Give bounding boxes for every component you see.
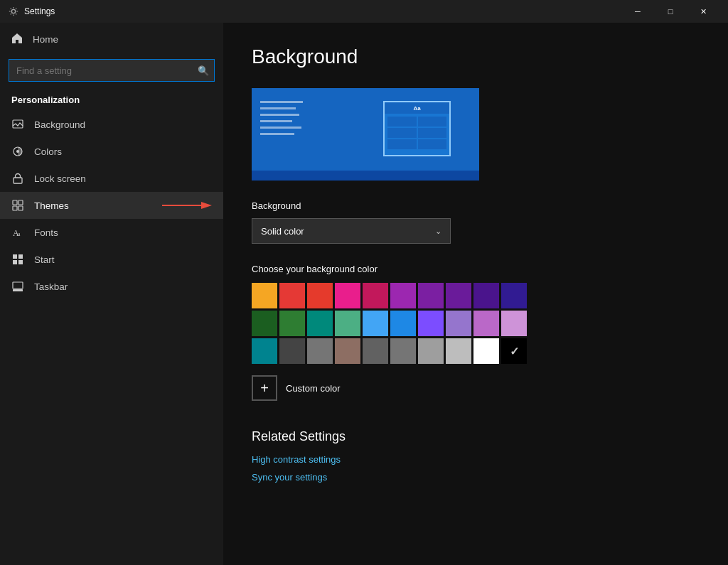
color-section-label: Choose your background color [252, 264, 700, 274]
color-swatch[interactable] [363, 338, 388, 364]
svg-rect-13 [13, 254, 17, 259]
preview-window-grid [385, 114, 449, 152]
maximize-button[interactable]: □ [654, 0, 687, 23]
grid-cell-5 [387, 139, 417, 149]
color-swatch[interactable] [363, 311, 388, 336]
sidebar-item-background[interactable]: Background [0, 111, 223, 138]
home-label: Home [33, 34, 58, 45]
color-swatch[interactable] [418, 311, 444, 336]
custom-color-button[interactable]: + Custom color [252, 375, 700, 401]
preview-container: Aa [252, 88, 700, 181]
color-grid [252, 283, 700, 364]
color-swatch[interactable] [279, 338, 305, 364]
color-swatch[interactable] [252, 338, 277, 364]
window-controls: ─ □ ✕ [621, 0, 719, 23]
color-swatch[interactable] [390, 283, 416, 308]
color-swatch[interactable] [418, 283, 444, 308]
fonts-label: Fonts [34, 227, 58, 238]
color-swatch[interactable] [446, 283, 471, 308]
themes-label: Themes [34, 200, 69, 211]
svg-rect-7 [13, 206, 17, 210]
svg-rect-4 [14, 178, 22, 183]
content-area: Background Aa [223, 23, 728, 565]
high-contrast-link[interactable]: High contrast settings [252, 454, 700, 465]
sidebar-item-lock-screen[interactable]: Lock screen [0, 165, 223, 192]
page-title: Background [252, 45, 700, 68]
taskbar-label: Taskbar [34, 281, 68, 292]
preview-lines [260, 101, 303, 135]
color-swatch[interactable] [335, 338, 360, 364]
background-label: Background [34, 119, 85, 130]
start-label: Start [34, 254, 55, 265]
sidebar-item-start[interactable]: Start [0, 246, 223, 273]
preview-window-title: Aa [385, 102, 449, 114]
color-swatch[interactable] [279, 283, 305, 308]
color-swatch[interactable] [390, 338, 416, 364]
color-swatch[interactable] [473, 311, 499, 336]
chevron-down-icon: ⌄ [435, 227, 441, 236]
sidebar-item-home[interactable]: Home [0, 26, 223, 53]
search-container: 🔍 [0, 53, 223, 90]
color-swatch[interactable] [363, 283, 388, 308]
svg-rect-6 [18, 200, 23, 205]
color-swatch[interactable] [501, 283, 527, 308]
sidebar-item-taskbar[interactable]: Taskbar [0, 273, 223, 300]
lock-icon [11, 172, 24, 185]
color-swatch[interactable] [501, 338, 527, 364]
taskbar-icon [11, 280, 24, 293]
plus-icon: + [252, 375, 277, 401]
color-swatch[interactable] [279, 311, 305, 336]
color-swatch[interactable] [501, 311, 527, 336]
app-title: Settings [24, 6, 55, 16]
svg-point-0 [11, 9, 15, 13]
grid-cell-2 [418, 117, 447, 127]
svg-rect-15 [13, 260, 17, 264]
svg-rect-8 [18, 206, 23, 210]
color-swatch[interactable] [390, 311, 416, 336]
svg-rect-16 [18, 260, 23, 264]
color-swatch[interactable] [335, 283, 360, 308]
minimize-button[interactable]: ─ [621, 0, 654, 23]
search-wrap: 🔍 [9, 59, 215, 82]
svg-rect-5 [13, 200, 17, 205]
background-label: Background [252, 200, 700, 211]
title-bar-left: Settings [9, 6, 55, 16]
preview-line-4 [260, 120, 292, 122]
colors-icon [11, 145, 24, 158]
color-swatch[interactable] [446, 311, 471, 336]
background-dropdown[interactable]: Solid color ⌄ [252, 218, 451, 244]
search-input[interactable] [9, 59, 215, 82]
red-arrow-icon [162, 199, 212, 212]
grid-cell-4 [418, 128, 447, 138]
color-swatch[interactable] [307, 338, 333, 364]
themes-icon [11, 199, 24, 212]
dropdown-value: Solid color [261, 226, 304, 237]
preview-line-5 [260, 127, 301, 129]
color-swatch[interactable] [418, 338, 444, 364]
color-swatch[interactable] [252, 311, 277, 336]
sidebar: Home 🔍 Personalization Background [0, 23, 223, 565]
grid-cell-6 [418, 139, 447, 149]
fonts-icon: A a [11, 226, 24, 239]
app-body: Home 🔍 Personalization Background [0, 23, 728, 565]
color-swatch[interactable] [307, 283, 333, 308]
custom-color-label: Custom color [286, 383, 341, 394]
start-icon [11, 253, 24, 266]
preview-line-3 [260, 114, 299, 116]
preview-line-6 [260, 133, 294, 135]
color-swatch[interactable] [473, 338, 499, 364]
svg-rect-18 [13, 289, 23, 291]
sync-settings-link[interactable]: Sync your settings [252, 472, 700, 483]
color-swatch[interactable] [252, 283, 277, 308]
preview-box: Aa [252, 88, 479, 181]
color-swatch[interactable] [307, 311, 333, 336]
close-button[interactable]: ✕ [687, 0, 719, 23]
color-swatch[interactable] [446, 338, 471, 364]
sidebar-item-fonts[interactable]: A a Fonts [0, 219, 223, 246]
grid-cell-1 [387, 117, 417, 127]
preview-window: Aa [383, 101, 451, 156]
color-swatch[interactable] [473, 283, 499, 308]
sidebar-item-themes[interactable]: Themes [0, 192, 223, 219]
sidebar-item-colors[interactable]: Colors [0, 138, 223, 165]
color-swatch[interactable] [335, 311, 360, 336]
